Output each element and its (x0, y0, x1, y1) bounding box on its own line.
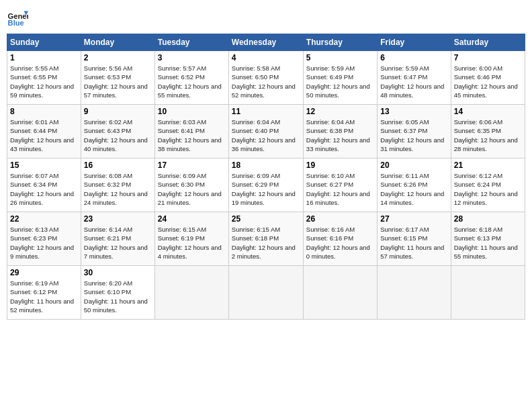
day-info: Sunrise: 5:58 AMSunset: 6:50 PMDaylight:… (232, 64, 300, 99)
calendar-cell: 25 Sunrise: 6:15 AMSunset: 6:18 PMDaylig… (228, 212, 303, 266)
calendar-cell: 1 Sunrise: 5:55 AMSunset: 6:55 PMDayligh… (7, 51, 81, 105)
calendar-cell: 15 Sunrise: 6:07 AMSunset: 6:34 PMDaylig… (7, 158, 81, 212)
calendar-cell: 2 Sunrise: 5:56 AMSunset: 6:53 PMDayligh… (81, 51, 154, 105)
logo-icon: General Blue (7, 7, 28, 28)
day-number: 26 (306, 214, 374, 224)
calendar-table: SundayMondayTuesdayWednesdayThursdayFrid… (7, 34, 525, 320)
calendar-cell: 4 Sunrise: 5:58 AMSunset: 6:50 PMDayligh… (228, 51, 303, 105)
day-number: 7 (454, 53, 522, 62)
calendar-week-row: 1 Sunrise: 5:55 AMSunset: 6:55 PMDayligh… (7, 51, 525, 105)
day-info: Sunrise: 5:59 AMSunset: 6:49 PMDaylight:… (306, 64, 374, 99)
calendar-cell: 5 Sunrise: 5:59 AMSunset: 6:49 PMDayligh… (303, 51, 377, 105)
weekday-header: Wednesday (228, 34, 303, 51)
day-number: 9 (84, 107, 152, 116)
calendar-cell: 29 Sunrise: 6:19 AMSunset: 6:12 PMDaylig… (7, 266, 81, 320)
calendar-cell: 9 Sunrise: 6:02 AMSunset: 6:43 PMDayligh… (81, 105, 154, 158)
day-number: 11 (232, 107, 300, 116)
calendar-cell: 6 Sunrise: 5:59 AMSunset: 6:47 PMDayligh… (378, 51, 451, 105)
day-info: Sunrise: 6:00 AMSunset: 6:46 PMDaylight:… (454, 64, 522, 99)
weekday-header: Friday (378, 34, 451, 51)
calendar-week-row: 22 Sunrise: 6:13 AMSunset: 6:23 PMDaylig… (7, 212, 525, 266)
calendar-cell: 16 Sunrise: 6:08 AMSunset: 6:32 PMDaylig… (81, 158, 154, 212)
logo: General Blue (7, 7, 28, 28)
calendar-header-row: SundayMondayTuesdayWednesdayThursdayFrid… (7, 34, 525, 51)
calendar-cell: 11 Sunrise: 6:04 AMSunset: 6:40 PMDaylig… (228, 105, 303, 158)
day-number: 21 (454, 161, 522, 170)
day-number: 1 (10, 53, 78, 62)
calendar-cell: 17 Sunrise: 6:09 AMSunset: 6:30 PMDaylig… (154, 158, 228, 212)
calendar-week-row: 8 Sunrise: 6:01 AMSunset: 6:44 PMDayligh… (7, 105, 525, 158)
day-info: Sunrise: 6:09 AMSunset: 6:29 PMDaylight:… (232, 171, 300, 207)
day-info: Sunrise: 6:14 AMSunset: 6:21 PMDaylight:… (84, 225, 152, 261)
calendar-cell: 12 Sunrise: 6:04 AMSunset: 6:38 PMDaylig… (303, 105, 377, 158)
day-info: Sunrise: 6:13 AMSunset: 6:23 PMDaylight:… (10, 225, 78, 261)
calendar-cell (451, 266, 525, 320)
page-header: General Blue (7, 7, 525, 28)
day-number: 25 (232, 214, 300, 224)
day-number: 6 (380, 53, 447, 62)
calendar-cell: 8 Sunrise: 6:01 AMSunset: 6:44 PMDayligh… (7, 105, 81, 158)
day-info: Sunrise: 6:08 AMSunset: 6:32 PMDaylight:… (84, 171, 152, 207)
day-info: Sunrise: 6:02 AMSunset: 6:43 PMDaylight:… (84, 118, 152, 153)
day-number: 8 (10, 107, 78, 116)
day-info: Sunrise: 5:56 AMSunset: 6:53 PMDaylight:… (84, 64, 152, 99)
calendar-cell: 18 Sunrise: 6:09 AMSunset: 6:29 PMDaylig… (228, 158, 303, 212)
day-number: 19 (306, 161, 374, 170)
day-number: 18 (232, 161, 300, 170)
day-number: 22 (10, 214, 78, 224)
day-number: 16 (84, 161, 152, 170)
calendar-cell (378, 266, 451, 320)
day-info: Sunrise: 5:57 AMSunset: 6:52 PMDaylight:… (158, 64, 226, 99)
calendar-cell: 7 Sunrise: 6:00 AMSunset: 6:46 PMDayligh… (451, 51, 525, 105)
day-number: 12 (306, 107, 374, 116)
day-info: Sunrise: 6:01 AMSunset: 6:44 PMDaylight:… (10, 118, 78, 153)
calendar-cell: 27 Sunrise: 6:17 AMSunset: 6:15 PMDaylig… (378, 212, 451, 266)
calendar-cell: 26 Sunrise: 6:16 AMSunset: 6:16 PMDaylig… (303, 212, 377, 266)
calendar-cell (228, 266, 303, 320)
day-info: Sunrise: 6:15 AMSunset: 6:19 PMDaylight:… (158, 225, 226, 261)
calendar-cell: 19 Sunrise: 6:10 AMSunset: 6:27 PMDaylig… (303, 158, 377, 212)
day-info: Sunrise: 6:16 AMSunset: 6:16 PMDaylight:… (306, 225, 374, 261)
calendar-cell: 30 Sunrise: 6:20 AMSunset: 6:10 PMDaylig… (81, 266, 154, 320)
day-number: 20 (380, 161, 447, 170)
calendar-cell: 23 Sunrise: 6:14 AMSunset: 6:21 PMDaylig… (81, 212, 154, 266)
calendar-cell: 14 Sunrise: 6:06 AMSunset: 6:35 PMDaylig… (451, 105, 525, 158)
calendar-cell: 24 Sunrise: 6:15 AMSunset: 6:19 PMDaylig… (154, 212, 228, 266)
day-info: Sunrise: 6:10 AMSunset: 6:27 PMDaylight:… (306, 171, 374, 207)
day-number: 15 (10, 161, 78, 170)
weekday-header: Saturday (451, 34, 525, 51)
weekday-header: Thursday (303, 34, 377, 51)
day-info: Sunrise: 6:17 AMSunset: 6:15 PMDaylight:… (380, 225, 447, 261)
day-info: Sunrise: 6:18 AMSunset: 6:13 PMDaylight:… (454, 225, 522, 261)
day-info: Sunrise: 6:19 AMSunset: 6:12 PMDaylight:… (10, 279, 78, 314)
day-info: Sunrise: 6:04 AMSunset: 6:40 PMDaylight:… (232, 118, 300, 153)
calendar-cell: 20 Sunrise: 6:11 AMSunset: 6:26 PMDaylig… (378, 158, 451, 212)
calendar-week-row: 29 Sunrise: 6:19 AMSunset: 6:12 PMDaylig… (7, 266, 525, 320)
day-number: 14 (454, 107, 522, 116)
svg-text:Blue: Blue (8, 19, 24, 27)
day-info: Sunrise: 6:06 AMSunset: 6:35 PMDaylight:… (454, 118, 522, 153)
day-number: 29 (10, 268, 78, 277)
day-number: 10 (158, 107, 226, 116)
weekday-header: Sunday (7, 34, 81, 51)
day-number: 28 (454, 214, 522, 224)
day-number: 13 (380, 107, 447, 116)
day-number: 2 (84, 53, 152, 62)
day-info: Sunrise: 5:55 AMSunset: 6:55 PMDaylight:… (10, 64, 78, 99)
weekday-header: Monday (81, 34, 154, 51)
weekday-header: Tuesday (154, 34, 228, 51)
day-number: 17 (158, 161, 226, 170)
day-number: 4 (232, 53, 300, 62)
day-info: Sunrise: 6:11 AMSunset: 6:26 PMDaylight:… (380, 171, 447, 207)
day-info: Sunrise: 6:03 AMSunset: 6:41 PMDaylight:… (158, 118, 226, 153)
calendar-week-row: 15 Sunrise: 6:07 AMSunset: 6:34 PMDaylig… (7, 158, 525, 212)
day-number: 27 (380, 214, 447, 224)
calendar-cell: 13 Sunrise: 6:05 AMSunset: 6:37 PMDaylig… (378, 105, 451, 158)
day-number: 30 (84, 268, 152, 277)
day-number: 23 (84, 214, 152, 224)
day-info: Sunrise: 6:12 AMSunset: 6:24 PMDaylight:… (454, 171, 522, 207)
day-number: 24 (158, 214, 226, 224)
day-number: 5 (306, 53, 374, 62)
day-info: Sunrise: 6:15 AMSunset: 6:18 PMDaylight:… (232, 225, 300, 261)
calendar-cell (154, 266, 228, 320)
